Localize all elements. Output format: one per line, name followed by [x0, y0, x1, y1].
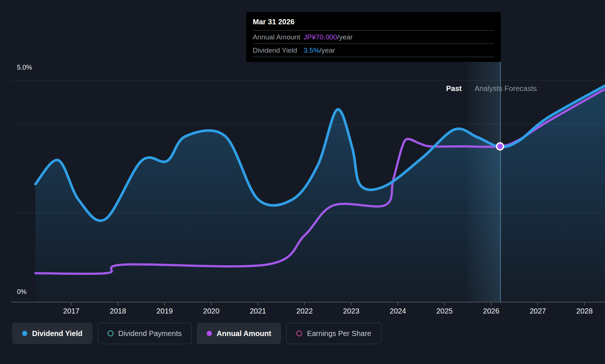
- tooltip-label: Dividend Yield: [253, 46, 304, 55]
- x-axis-year-label: 2025: [428, 307, 461, 315]
- legend-label: Dividend Yield: [32, 329, 83, 338]
- legend-button-dividend-payments[interactable]: Dividend Payments: [98, 323, 192, 344]
- legend-button-annual-amount[interactable]: Annual Amount: [197, 323, 281, 344]
- past-label: Past: [405, 84, 462, 93]
- dividend-yield-value: 3.5%: [304, 46, 319, 54]
- tooltip-row-dividend-yield: Dividend Yield 3.5%/year: [253, 44, 494, 57]
- y-axis-label-max: 5.0%: [17, 64, 32, 71]
- selected-point-marker: [497, 143, 504, 150]
- legend-button-dividend-yield[interactable]: Dividend Yield: [12, 323, 92, 344]
- chart-tooltip: Mar 31 2026 Annual Amount JP¥70.000/year…: [246, 12, 501, 62]
- tooltip-value: 3.5%/year: [304, 46, 335, 55]
- x-axis-year-label: 2017: [55, 307, 88, 315]
- annual-amount-dot-icon: [207, 331, 212, 336]
- x-axis-year-label: 2024: [381, 307, 415, 315]
- y-axis-label-zero: 0%: [17, 288, 27, 296]
- x-axis-year-label: 2019: [148, 307, 181, 315]
- recent-period-highlight-band: [467, 62, 500, 302]
- analysts-forecasts-label: Analysts Forecasts: [475, 84, 537, 93]
- tooltip-value-suffix: /year: [319, 46, 335, 54]
- legend-label: Annual Amount: [217, 329, 271, 338]
- tooltip-value-suffix: /year: [337, 33, 353, 41]
- earnings-per-share-ring-icon: [296, 330, 302, 336]
- x-axis-year-label: 2020: [195, 307, 228, 315]
- tooltip-row-annual-amount: Annual Amount JP¥70.000/year: [253, 31, 494, 44]
- dividend-yield-dot-icon: [22, 331, 27, 336]
- legend-label: Earnings Per Share: [307, 329, 371, 338]
- x-axis-year-label: 2027: [521, 307, 555, 315]
- dividend-history-chart-panel: 5.0% 0% 20172018201920202021202220232024…: [0, 0, 605, 364]
- x-axis-year-label: 2018: [101, 307, 134, 315]
- dividend-payments-ring-icon: [108, 330, 113, 336]
- tooltip-label: Annual Amount: [253, 33, 304, 41]
- x-axis-year-label: 2021: [241, 307, 274, 315]
- x-axis-year-label: 2028: [568, 307, 601, 315]
- legend: Dividend Yield Dividend Payments Annual …: [12, 323, 381, 344]
- x-axis-year-label: 2026: [475, 307, 508, 315]
- x-axis-year-label: 2023: [335, 307, 368, 315]
- tooltip-value: JP¥70.000/year: [304, 33, 353, 41]
- legend-button-earnings-per-share[interactable]: Earnings Per Share: [286, 323, 381, 344]
- legend-label: Dividend Payments: [118, 329, 182, 338]
- annual-amount-value: JP¥70.000: [304, 33, 337, 41]
- tooltip-date: Mar 31 2026: [253, 12, 494, 31]
- x-axis-year-label: 2022: [288, 307, 321, 315]
